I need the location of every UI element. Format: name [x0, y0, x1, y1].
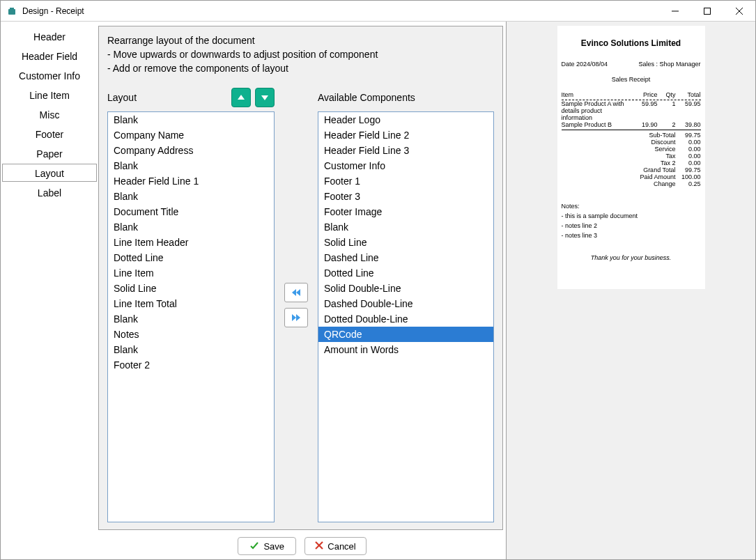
list-item[interactable]: Line Item: [108, 265, 274, 281]
save-label: Save: [263, 541, 284, 552]
transfer-buttons: [283, 88, 309, 522]
list-item[interactable]: Blank: [108, 112, 274, 127]
save-button[interactable]: Save: [238, 537, 296, 555]
list-item[interactable]: Company Name: [108, 127, 274, 143]
sidebar-item-customer-info[interactable]: Customer Info: [2, 66, 97, 84]
receipt-note-line: - notes line 2: [562, 221, 701, 231]
layout-listbox[interactable]: BlankCompany NameCompany AddressBlankHea…: [107, 111, 275, 522]
list-item[interactable]: QRCode: [318, 327, 493, 342]
svg-marker-11: [296, 314, 300, 321]
columns: Layout BlankCompany NameCompany Address: [107, 88, 494, 522]
list-item[interactable]: Blank: [108, 219, 274, 235]
list-item[interactable]: Blank: [318, 219, 493, 235]
receipt-total-row: Grand Total99.75: [562, 166, 701, 173]
remove-from-layout-button[interactable]: [284, 308, 308, 327]
receipt-total-row: Tax 20.00: [562, 160, 701, 166]
list-item[interactable]: Document Title: [108, 204, 274, 219]
list-item[interactable]: Dotted Line: [318, 265, 493, 281]
list-item[interactable]: Line Item Header: [108, 235, 274, 250]
maximize-button[interactable]: [691, 1, 723, 21]
available-column: Available Components Header LogoHeader F…: [318, 88, 494, 522]
receipt-company: Evinco Solutions Limited: [562, 38, 701, 48]
list-item[interactable]: Blank: [108, 189, 274, 204]
svg-rect-1: [10, 8, 14, 10]
list-item[interactable]: Company Address: [108, 143, 274, 158]
close-button[interactable]: [723, 1, 755, 21]
sidebar-item-header[interactable]: Header: [2, 27, 97, 45]
instructions: Rearrange layout of the document - Move …: [107, 33, 494, 75]
receipt-note-line: - notes line 3: [562, 231, 701, 240]
instructions-line: - Add or remove the components of layout: [107, 61, 494, 75]
receipt-note-line: - this is a sample document: [562, 211, 701, 221]
list-item[interactable]: Header Field Line 1: [108, 173, 274, 189]
instructions-line: Rearrange layout of the document: [107, 33, 494, 47]
move-up-button[interactable]: [231, 88, 251, 107]
content-area: HeaderHeader FieldCustomer InfoLine Item…: [1, 22, 755, 559]
list-item[interactable]: Header Field Line 2: [318, 127, 493, 143]
sidebar-item-layout[interactable]: Layout: [2, 164, 97, 182]
editor-area: Rearrange layout of the document - Move …: [98, 26, 503, 530]
available-listbox[interactable]: Header LogoHeader Field Line 2Header Fie…: [318, 111, 494, 522]
add-to-layout-button[interactable]: [284, 283, 308, 302]
svg-marker-6: [238, 95, 245, 100]
svg-marker-10: [292, 314, 296, 321]
available-label: Available Components: [318, 92, 494, 103]
list-item[interactable]: Footer Image: [318, 204, 493, 219]
move-down-button[interactable]: [255, 88, 275, 107]
sidebar-item-header-field[interactable]: Header Field: [2, 47, 97, 65]
receipt-line: details product information: [562, 107, 701, 121]
cross-icon: [315, 541, 323, 552]
instructions-line: - Move upwards or downwards to adjust po…: [107, 47, 494, 61]
sidebar-item-label[interactable]: Label: [2, 183, 97, 201]
receipt-preview: Evinco Solutions Limited Date 2024/08/04…: [557, 26, 705, 289]
list-item[interactable]: Header Field Line 3: [318, 143, 493, 158]
layout-column: Layout BlankCompany NameCompany Address: [107, 88, 275, 522]
list-item[interactable]: Footer 2: [108, 357, 274, 373]
list-item[interactable]: Header Logo: [318, 112, 493, 127]
list-item[interactable]: Line Item Total: [108, 296, 274, 311]
list-item[interactable]: Solid Line: [318, 235, 493, 250]
sidebar-item-paper[interactable]: Paper: [2, 144, 97, 162]
sidebar-item-misc[interactable]: Misc: [2, 105, 97, 123]
list-item[interactable]: Footer 3: [318, 189, 493, 204]
window-title: Design - Receipt: [22, 6, 659, 16]
list-item[interactable]: Dotted Line: [108, 250, 274, 265]
svg-marker-7: [261, 95, 268, 100]
list-item[interactable]: Amount in Words: [318, 342, 493, 357]
receipt-line: Sample Product A with59.95159.95: [562, 100, 701, 107]
list-item[interactable]: Blank: [108, 311, 274, 327]
list-item[interactable]: Blank: [108, 342, 274, 357]
sidebar-item-line-item[interactable]: Line Item: [2, 86, 97, 104]
receipt-total-row: Paid Amount100.00: [562, 173, 701, 180]
list-item[interactable]: Notes: [108, 327, 274, 342]
app-icon: [6, 6, 17, 17]
cancel-label: Cancel: [327, 541, 355, 552]
receipt-solid-line: [562, 130, 701, 130]
check-icon: [249, 540, 259, 552]
sidebar-item-footer[interactable]: Footer: [2, 125, 97, 143]
receipt-doc-title: Sales Receipt: [562, 76, 701, 83]
minimize-button[interactable]: [659, 1, 691, 21]
cancel-button[interactable]: Cancel: [304, 537, 366, 555]
main-panel: Rearrange layout of the document - Move …: [98, 22, 506, 559]
svg-rect-0: [8, 9, 15, 15]
receipt-header-row: Item Price Qty Total: [562, 91, 701, 100]
receipt-total-row: Sub-Total99.75: [562, 132, 701, 139]
list-item[interactable]: Footer 1: [318, 173, 493, 189]
list-item[interactable]: Customer Info: [318, 158, 493, 173]
button-bar: Save Cancel: [98, 533, 506, 559]
app-window: Design - Receipt HeaderHeader FieldCusto…: [0, 0, 756, 560]
list-item[interactable]: Solid Double-Line: [318, 281, 493, 296]
receipt-date: Date 2024/08/04: [562, 61, 608, 68]
svg-rect-3: [704, 8, 711, 14]
list-item[interactable]: Solid Line: [108, 281, 274, 296]
list-item[interactable]: Dashed Line: [318, 250, 493, 265]
list-item[interactable]: Dotted Double-Line: [318, 311, 493, 327]
titlebar: Design - Receipt: [1, 1, 755, 22]
list-item[interactable]: Blank: [108, 158, 274, 173]
receipt-thanks: Thank you for your business.: [562, 254, 701, 261]
svg-marker-8: [292, 289, 296, 296]
receipt-total-row: Tax0.00: [562, 153, 701, 160]
list-item[interactable]: Dashed Double-Line: [318, 296, 493, 311]
receipt-total-row: Service0.00: [562, 146, 701, 153]
